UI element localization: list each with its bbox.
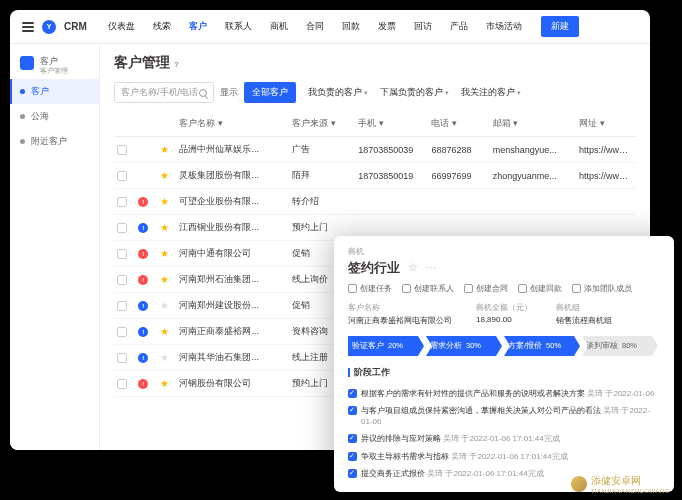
checkbox-icon[interactable] bbox=[348, 469, 357, 478]
star-icon[interactable]: ★ bbox=[160, 300, 169, 311]
nav-item[interactable]: 商机 bbox=[263, 16, 295, 37]
customer-name[interactable]: 灵板集团股份有限... bbox=[176, 163, 289, 189]
task-item[interactable]: 争取主导标书需求与指标 吴琦 于2022-01-06 17:01:44完成 bbox=[348, 448, 660, 465]
search-input[interactable]: 客户名称/手机/电话 bbox=[114, 82, 214, 103]
sidebar-item[interactable]: 公海 bbox=[10, 104, 99, 129]
sidebar-header: 客户 客户管理 bbox=[10, 52, 99, 79]
star-icon[interactable]: ★ bbox=[160, 144, 169, 155]
panel-action[interactable]: 创建联系人 bbox=[402, 283, 454, 294]
row-checkbox[interactable] bbox=[117, 275, 127, 285]
nav-item[interactable]: 产品 bbox=[443, 16, 475, 37]
more-icon[interactable]: ⋯ bbox=[426, 262, 436, 273]
task-item[interactable]: 与客户项目组成员保持紧密沟通，掌握相关决策人对公司产品的看法 吴琦 于2022-… bbox=[348, 402, 660, 430]
star-icon[interactable]: ★ bbox=[160, 196, 169, 207]
panel-field: 商机金额（元）18,890.00 bbox=[476, 302, 532, 326]
pipeline-stage[interactable]: 验证客户20% bbox=[348, 336, 424, 356]
panel-field: 客户名称河南正商泰盛裕网电有限公司 bbox=[348, 302, 452, 326]
sidebar-item[interactable]: 附近客户 bbox=[10, 129, 99, 154]
nav-item[interactable]: 市场活动 bbox=[479, 16, 529, 37]
star-icon[interactable]: ☆ bbox=[408, 261, 418, 274]
brand: CRM bbox=[64, 21, 87, 32]
table-header[interactable]: 邮箱 ▾ bbox=[490, 111, 576, 137]
section-label: 阶段工作 bbox=[348, 366, 660, 379]
customer-name[interactable]: 河南中通有限公司 bbox=[176, 241, 289, 267]
panel-action[interactable]: 创建回款 bbox=[518, 283, 562, 294]
customer-name[interactable]: 河南正商泰盛裕网... bbox=[176, 319, 289, 345]
row-checkbox[interactable] bbox=[117, 379, 127, 389]
task-item[interactable]: 异议的排除与应对策略 吴琦 于2022-01-06 17:01:44完成 bbox=[348, 430, 660, 447]
checkbox-icon[interactable] bbox=[348, 389, 357, 398]
row-checkbox[interactable] bbox=[117, 223, 127, 233]
new-button[interactable]: 新建 bbox=[541, 16, 579, 37]
customer-icon bbox=[20, 56, 34, 70]
panel-action[interactable]: 添加团队成员 bbox=[572, 283, 632, 294]
star-icon[interactable]: ★ bbox=[160, 248, 169, 259]
row-checkbox[interactable] bbox=[117, 327, 127, 337]
table-row[interactable]: ★灵板集团股份有限...陌拜1870385001966997699zhongyu… bbox=[114, 163, 636, 189]
nav-item[interactable]: 线索 bbox=[146, 16, 178, 37]
watermark-icon bbox=[571, 476, 587, 492]
checkbox-icon[interactable] bbox=[348, 406, 357, 415]
nav-item[interactable]: 联系人 bbox=[218, 16, 259, 37]
panel-subtitle: 商机 bbox=[348, 246, 660, 257]
nav-item[interactable]: 合同 bbox=[299, 16, 331, 37]
customer-name[interactable]: 河南其华油石集团... bbox=[176, 345, 289, 371]
filter-dropdown[interactable]: 我关注的客户 bbox=[455, 83, 527, 101]
star-icon[interactable]: ★ bbox=[160, 326, 169, 337]
star-icon[interactable]: ★ bbox=[160, 222, 169, 233]
filter-all[interactable]: 全部客户 bbox=[244, 82, 296, 103]
sidebar-item[interactable]: 客户 bbox=[10, 79, 99, 104]
star-icon[interactable]: ★ bbox=[160, 378, 169, 389]
panel-title: 签约行业 bbox=[348, 259, 400, 277]
checkbox-icon[interactable] bbox=[348, 452, 357, 461]
customer-name[interactable]: 河南郑州石油集团... bbox=[176, 267, 289, 293]
show-label: 显示 bbox=[220, 86, 238, 99]
checkbox-icon[interactable] bbox=[348, 434, 357, 443]
row-checkbox[interactable] bbox=[117, 197, 127, 207]
customer-name[interactable]: 可望企业股份有限... bbox=[176, 189, 289, 215]
row-checkbox[interactable] bbox=[117, 301, 127, 311]
pipeline-stage[interactable]: 需求分析30% bbox=[426, 336, 502, 356]
table-row[interactable]: ★品洲中州仙草娱乐...广告1870385003968876288menshan… bbox=[114, 137, 636, 163]
nav-item[interactable]: 仪表盘 bbox=[101, 16, 142, 37]
row-checkbox[interactable] bbox=[117, 249, 127, 259]
filter-dropdown[interactable]: 下属负责的客户 bbox=[374, 83, 455, 101]
table-header[interactable]: 网址 ▾ bbox=[576, 111, 636, 137]
table-header[interactable]: 客户名称 ▾ bbox=[176, 111, 289, 137]
customer-name[interactable]: 品洲中州仙草娱乐... bbox=[176, 137, 289, 163]
top-nav: 仪表盘线索客户联系人商机合同回款发票回访产品市场活动 bbox=[101, 16, 529, 37]
sidebar-subtitle: 客户管理 bbox=[40, 67, 68, 75]
pipeline-stage[interactable]: 谈判审核80% bbox=[582, 336, 658, 356]
table-header[interactable]: 手机 ▾ bbox=[355, 111, 428, 137]
pipeline-stage[interactable]: 方案/报价50% bbox=[504, 336, 580, 356]
nav-item[interactable]: 回款 bbox=[335, 16, 367, 37]
nav-item[interactable]: 客户 bbox=[182, 16, 214, 37]
star-icon[interactable]: ★ bbox=[160, 170, 169, 181]
detail-panel: 商机 签约行业 ☆ ⋯ 创建任务创建联系人创建合同创建回款添加团队成员 客户名称… bbox=[334, 236, 674, 492]
row-checkbox[interactable] bbox=[117, 171, 127, 181]
filter-dropdown[interactable]: 我负责的客户 bbox=[302, 83, 374, 101]
panel-action[interactable]: 创建合同 bbox=[464, 283, 508, 294]
panel-action[interactable]: 创建任务 bbox=[348, 283, 392, 294]
nav-item[interactable]: 回访 bbox=[407, 16, 439, 37]
star-icon[interactable]: ★ bbox=[160, 274, 169, 285]
panel-field: 商机组销售流程商机组 bbox=[556, 302, 612, 326]
nav-item[interactable]: 发票 bbox=[371, 16, 403, 37]
customer-name[interactable]: 江西铜业股份有限... bbox=[176, 215, 289, 241]
menu-icon[interactable] bbox=[22, 22, 34, 32]
table-header[interactable]: 电话 ▾ bbox=[428, 111, 489, 137]
search-icon bbox=[199, 89, 207, 97]
sidebar-title: 客户 bbox=[40, 56, 68, 67]
watermark: 添健安卓网 TIANJIANANZHUOWANG bbox=[571, 474, 670, 494]
table-header[interactable]: 客户来源 ▾ bbox=[289, 111, 355, 137]
table-row[interactable]: !★可望企业股份有限...转介绍 bbox=[114, 189, 636, 215]
task-item[interactable]: 根据客户的需求有针对性的提供产品和服务的说明或者解决方案 吴琦 于2022-01… bbox=[348, 385, 660, 402]
row-checkbox[interactable] bbox=[117, 145, 127, 155]
row-checkbox[interactable] bbox=[117, 353, 127, 363]
customer-name[interactable]: 河南郑州建设股份... bbox=[176, 293, 289, 319]
page-title: 客户管理 ? bbox=[114, 54, 636, 72]
help-icon[interactable]: ? bbox=[174, 60, 179, 69]
logo-icon: Y bbox=[42, 20, 56, 34]
customer-name[interactable]: 河钢股份有限公司 bbox=[176, 371, 289, 397]
star-icon[interactable]: ★ bbox=[160, 352, 169, 363]
